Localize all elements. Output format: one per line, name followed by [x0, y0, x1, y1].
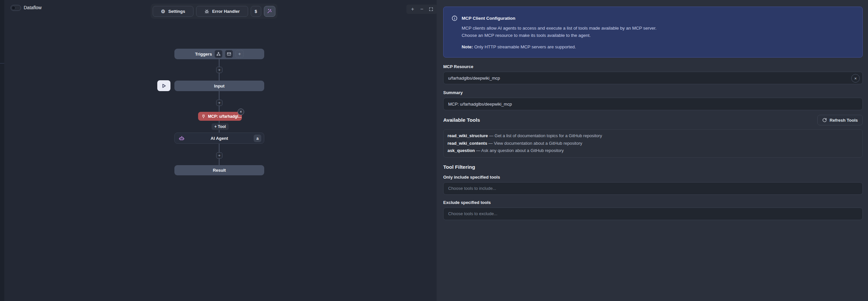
tool-filtering-heading: Tool Filtering [443, 164, 863, 170]
mcp-tool-node[interactable]: MCP: u/farhadgl... [198, 112, 242, 121]
available-tools-list: read_wiki_structure — Get a list of docu… [443, 129, 863, 157]
mcp-resource-label: MCP Resource [443, 64, 863, 69]
exclude-tools-input[interactable] [443, 208, 863, 220]
summary-label: Summary [443, 90, 863, 95]
agent-badge[interactable]: a [254, 134, 261, 142]
dataflow-toggle[interactable] [10, 5, 21, 11]
refresh-tools-button[interactable]: Refresh Tools [817, 115, 863, 125]
info-note-label: Note: [462, 44, 473, 49]
rail-divider [0, 63, 4, 63]
input-node[interactable]: Input [175, 81, 264, 91]
info-note-text: Only HTTP streamable MCP servers are sup… [473, 44, 576, 49]
tool-desc: — View documentation about a GitHub repo… [487, 141, 582, 146]
mcp-info-banner: MCP Client Configuration MCP clients all… [443, 7, 863, 58]
config-panel: MCP Client Configuration MCP clients all… [437, 0, 868, 301]
refresh-tools-label: Refresh Tools [830, 118, 858, 123]
add-node-button-1[interactable]: + [216, 67, 222, 73]
run-flow-button[interactable] [157, 80, 170, 91]
fit-view-button[interactable] [427, 5, 435, 13]
webhook-trigger-icon[interactable] [215, 50, 222, 58]
result-label: Result [213, 168, 226, 173]
add-node-button-2[interactable]: + [216, 100, 222, 106]
toggle-knob [11, 6, 16, 10]
add-node-button-3[interactable]: + [216, 152, 222, 158]
canvas-toolbar: ⚙ Settings Error Handler $ [151, 4, 277, 19]
refresh-icon [822, 118, 827, 122]
add-trigger-button[interactable]: + [236, 50, 244, 58]
tool-list-item: ask_question — Ask any question about a … [447, 147, 859, 155]
include-tools-label: Only include specified tools [443, 175, 863, 180]
gear-icon: ⚙ [161, 9, 165, 14]
info-body-line2: Choose an MCP resource to make its tools… [462, 32, 855, 39]
remove-mcp-tool-button[interactable]: × [238, 109, 244, 115]
include-tools-input[interactable] [443, 182, 863, 195]
magic-wand-icon [267, 8, 272, 14]
error-handler-label: Error Handler [212, 9, 240, 14]
bug-icon [204, 9, 209, 14]
ai-wand-button[interactable] [264, 6, 275, 17]
exclude-tools-label: Exclude specified tools [443, 200, 863, 205]
robot-icon [179, 135, 185, 141]
ai-agent-label: AI Agent [211, 136, 228, 141]
mcp-resource-input[interactable] [443, 72, 863, 84]
info-body-line1: MCP clients allow AI agents to access an… [462, 25, 855, 32]
tool-name: read_wiki_contents [447, 141, 487, 146]
flow-title: Dataflow [24, 5, 41, 10]
tool-name: ask_question [447, 148, 475, 153]
result-node[interactable]: Result [175, 165, 264, 175]
settings-label: Settings [168, 9, 185, 14]
email-trigger-icon[interactable] [225, 50, 233, 58]
collapsed-sidebar-rail[interactable] [0, 0, 4, 301]
info-title: MCP Client Configuration [462, 16, 515, 21]
tool-desc: — Ask any question about a GitHub reposi… [475, 148, 564, 153]
input-label: Input [214, 84, 225, 89]
info-icon [452, 15, 458, 21]
zoom-controls: + − [406, 5, 437, 14]
zoom-out-button[interactable]: − [418, 5, 426, 13]
zoom-in-button[interactable]: + [409, 5, 416, 13]
add-tool-button[interactable]: + Tool [212, 123, 229, 130]
error-handler-button[interactable]: Error Handler [196, 6, 248, 17]
tool-desc: — Get a list of documentation topics for… [488, 133, 602, 138]
ai-agent-node[interactable]: AI Agent a [175, 132, 264, 144]
tool-list-item: read_wiki_contents — View documentation … [447, 140, 859, 147]
triggers-label: Triggers [195, 52, 212, 57]
triggers-node[interactable]: Triggers + [175, 49, 264, 59]
tool-list-item: read_wiki_structure — Get a list of docu… [447, 132, 859, 140]
info-note: Note: Only HTTP streamable MCP servers a… [462, 44, 855, 49]
variables-button[interactable]: $ [251, 6, 261, 17]
clear-resource-button[interactable]: × [851, 74, 860, 83]
mcp-node-label: MCP: u/farhadgl... [208, 114, 242, 119]
summary-input[interactable] [443, 98, 863, 110]
tool-name: read_wiki_structure [447, 133, 488, 138]
available-tools-heading: Available Tools [443, 117, 480, 123]
settings-button[interactable]: ⚙ Settings [153, 6, 193, 17]
dollar-label: $ [255, 9, 257, 14]
plug-icon [202, 114, 206, 118]
